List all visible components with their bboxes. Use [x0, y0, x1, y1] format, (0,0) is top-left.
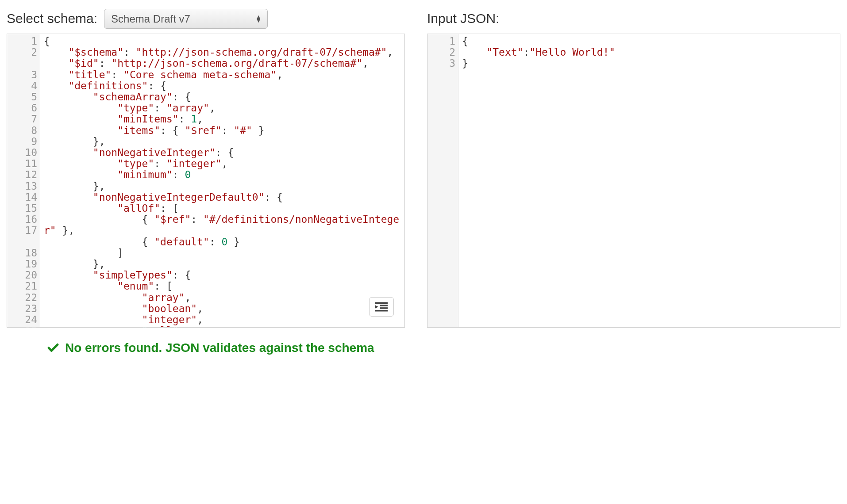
input-label: Input JSON: [427, 11, 499, 26]
schema-editor[interactable]: 1 2 3 4 5 6 7 8 9 10 11 12 13 14 15 16 1… [7, 34, 405, 328]
indent-icon [375, 302, 388, 312]
input-code[interactable]: { "Text":"Hello World!" } [458, 34, 840, 327]
schema-code[interactable]: { "$schema": "http://json-schema.org/dra… [40, 34, 404, 327]
schema-select[interactable]: Schema Draft v7 [104, 9, 268, 29]
svg-rect-3 [375, 310, 388, 312]
schema-header: Select schema: Schema Draft v7 ▲▼ [7, 9, 405, 28]
input-editor[interactable]: 1 2 3 { "Text":"Hello World!" } [427, 34, 840, 328]
status-message: No errors found. JSON validates against … [46, 341, 840, 355]
svg-rect-2 [380, 307, 388, 309]
check-icon [46, 341, 60, 355]
schema-gutter: 1 2 3 4 5 6 7 8 9 10 11 12 13 14 15 16 1… [7, 34, 40, 327]
indent-button[interactable] [369, 297, 394, 317]
svg-marker-4 [375, 305, 378, 309]
status-text: No errors found. JSON validates against … [65, 341, 374, 355]
input-gutter: 1 2 3 [427, 34, 458, 327]
svg-rect-1 [380, 305, 388, 306]
input-header: Input JSON: [427, 9, 840, 28]
schema-label: Select schema: [7, 11, 97, 26]
svg-rect-0 [375, 302, 388, 304]
